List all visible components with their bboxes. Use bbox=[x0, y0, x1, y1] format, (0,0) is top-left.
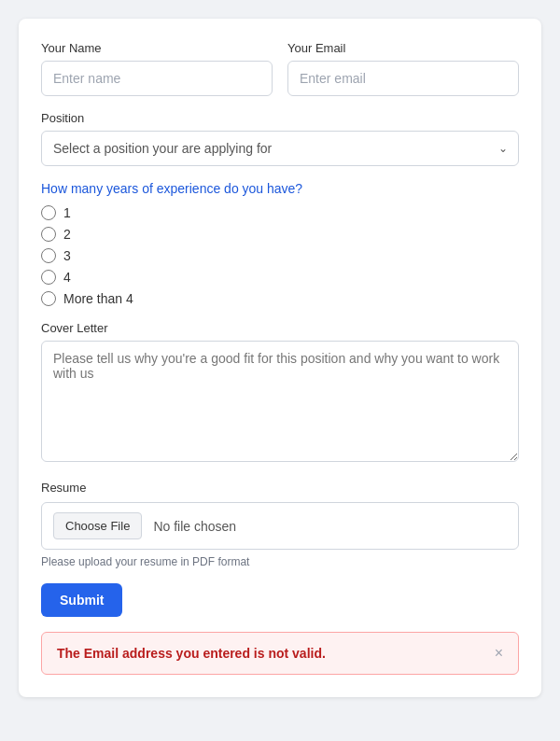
radio-label-3: 3 bbox=[63, 248, 71, 263]
name-field-group: Your Name bbox=[41, 41, 273, 96]
position-select[interactable]: Select a position your are applying for … bbox=[41, 131, 519, 166]
file-name-display: No file chosen bbox=[153, 519, 236, 534]
submit-button[interactable]: Submit bbox=[41, 583, 122, 617]
resume-label: Resume bbox=[41, 481, 519, 495]
error-banner: The Email address you entered is not val… bbox=[41, 632, 519, 675]
choose-file-button[interactable]: Choose File bbox=[53, 512, 142, 539]
position-label: Position bbox=[41, 111, 519, 125]
name-input[interactable] bbox=[41, 61, 273, 96]
resume-section: Resume Choose File No file chosen Please… bbox=[41, 481, 519, 568]
radio-label-1: 1 bbox=[63, 205, 71, 220]
cover-letter-label: Cover Letter bbox=[41, 321, 519, 335]
name-email-row: Your Name Your Email bbox=[41, 41, 519, 96]
email-input[interactable] bbox=[287, 61, 519, 96]
position-wrapper: Position Select a position your are appl… bbox=[41, 111, 519, 166]
cover-letter-section: Cover Letter bbox=[41, 321, 519, 466]
radio-more[interactable] bbox=[41, 291, 56, 306]
experience-option-1[interactable]: 1 bbox=[41, 205, 519, 220]
experience-option-2[interactable]: 2 bbox=[41, 227, 519, 242]
radio-3[interactable] bbox=[41, 248, 56, 263]
experience-radio-group: 1 2 3 4 More than 4 bbox=[41, 205, 519, 306]
email-label: Your Email bbox=[287, 41, 519, 55]
radio-1[interactable] bbox=[41, 205, 56, 220]
application-form: Your Name Your Email Position Select a p… bbox=[19, 19, 541, 697]
cover-letter-textarea[interactable] bbox=[41, 341, 519, 462]
radio-2[interactable] bbox=[41, 227, 56, 242]
file-input-wrapper: Choose File No file chosen bbox=[41, 502, 519, 550]
radio-4[interactable] bbox=[41, 270, 56, 285]
email-field-group: Your Email bbox=[287, 41, 519, 96]
experience-section: How many years of experience do you have… bbox=[41, 181, 519, 306]
experience-option-3[interactable]: 3 bbox=[41, 248, 519, 263]
error-close-button[interactable]: × bbox=[495, 646, 503, 661]
radio-label-4: 4 bbox=[63, 270, 71, 285]
experience-question: How many years of experience do you have… bbox=[41, 181, 519, 196]
file-hint: Please upload your resume in PDF format bbox=[41, 555, 519, 568]
radio-label-2: 2 bbox=[63, 227, 71, 242]
radio-label-more: More than 4 bbox=[63, 291, 133, 306]
error-message: The Email address you entered is not val… bbox=[57, 646, 326, 661]
experience-option-more[interactable]: More than 4 bbox=[41, 291, 519, 306]
experience-option-4[interactable]: 4 bbox=[41, 270, 519, 285]
name-label: Your Name bbox=[41, 41, 273, 55]
